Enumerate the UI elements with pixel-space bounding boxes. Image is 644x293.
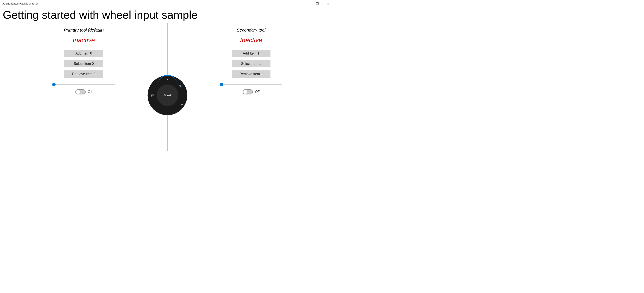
wheel-outer-ring: ⌃ 🔊 🔍 ↵ Scroll: [148, 75, 188, 115]
primary-slider-track[interactable]: [52, 84, 115, 85]
secondary-toggle-label: Off: [255, 90, 260, 94]
undo-icon: ↵: [180, 102, 185, 107]
secondary-panel: Secondary tool Inactive Add Item 1 Selec…: [168, 24, 335, 151]
main-area: Primary tool (default) Inactive Add Item…: [0, 23, 335, 151]
radial-wheel[interactable]: ⌃ 🔊 🔍 ↵ Scroll: [148, 75, 188, 115]
app-title: GettingStarted-RadialController: [2, 2, 38, 5]
primary-toggle-row: Off: [75, 89, 92, 94]
secondary-slider-track[interactable]: [220, 84, 282, 85]
wheel-center-label: Scroll: [164, 94, 171, 97]
primary-add-button[interactable]: Add Item 0: [64, 50, 103, 57]
volume-icon: 🔊: [150, 93, 155, 98]
secondary-remove-button[interactable]: Remove Item 1: [232, 70, 270, 78]
close-button[interactable]: ✕: [323, 0, 333, 7]
zoom-icon: 🔍: [178, 84, 184, 89]
primary-toggle[interactable]: [75, 89, 86, 94]
primary-btn-group: Add Item 0 Select Item 0 Remove Item 0: [64, 50, 103, 78]
primary-select-button[interactable]: Select Item 0: [64, 60, 103, 68]
restore-button[interactable]: ❐: [312, 0, 322, 7]
minimize-button[interactable]: —: [302, 0, 312, 7]
page-title: Getting started with wheel input sample: [0, 7, 335, 23]
chevron-up-icon: ⌃: [165, 78, 170, 83]
window-controls: — ❐ ✕: [302, 0, 333, 7]
primary-panel: Primary tool (default) Inactive Add Item…: [0, 24, 168, 151]
secondary-toggle-knob: [244, 90, 247, 94]
secondary-btn-group: Add Item 1 Select Item 1 Remove Item 1: [232, 50, 270, 78]
titlebar: GettingStarted-RadialController — ❐ ✕: [0, 0, 335, 7]
secondary-select-button[interactable]: Select Item 1: [232, 60, 270, 68]
primary-slider-thumb: [52, 83, 56, 86]
primary-panel-title: Primary tool (default): [64, 28, 104, 33]
secondary-slider-thumb: [220, 83, 223, 86]
wheel-center[interactable]: Scroll: [157, 84, 178, 106]
primary-remove-button[interactable]: Remove Item 0: [64, 70, 103, 78]
primary-toggle-label: Off: [88, 90, 92, 94]
primary-toggle-knob: [76, 90, 80, 94]
secondary-panel-title: Secondary tool: [237, 28, 265, 33]
primary-slider-row: [52, 84, 115, 85]
secondary-status: Inactive: [240, 36, 262, 44]
secondary-toggle[interactable]: [242, 89, 253, 94]
secondary-toggle-row: Off: [242, 89, 260, 94]
secondary-add-button[interactable]: Add Item 1: [232, 50, 270, 57]
primary-status: Inactive: [73, 36, 95, 44]
secondary-slider-row: [220, 84, 282, 85]
